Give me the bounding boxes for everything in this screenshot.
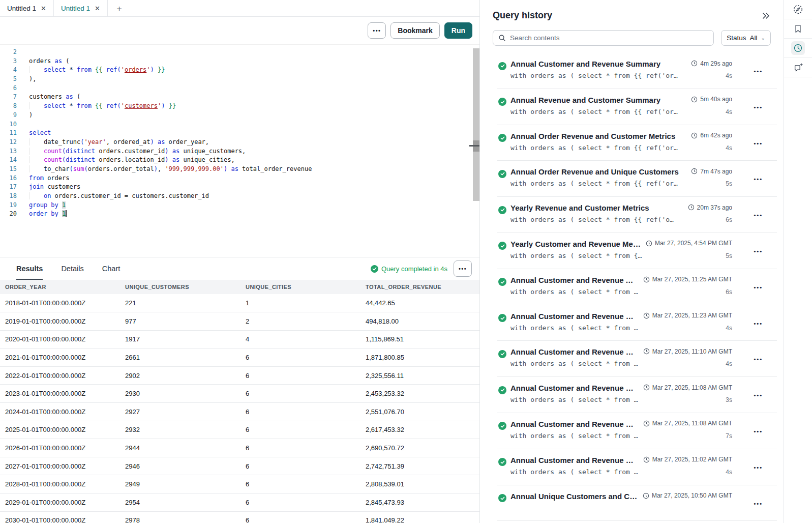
- tab-chart[interactable]: Chart: [102, 257, 120, 280]
- item-menu-button[interactable]: •••: [754, 321, 763, 327]
- line-number: 10: [0, 120, 17, 129]
- table-cell: 44,442.65: [360, 294, 479, 312]
- code-line[interactable]: on orders.customer_id = customers.custom…: [29, 192, 479, 201]
- query-history-item[interactable]: Annual Customer and Revenue Summ...Mar 2…: [480, 377, 783, 413]
- query-history-item[interactable]: Annual Customer and Revenue Summ...Mar 2…: [480, 413, 783, 449]
- history-search-box[interactable]: [493, 30, 714, 46]
- success-check-icon: [498, 349, 506, 357]
- code-line[interactable]: customers as (: [29, 93, 479, 102]
- success-check-icon: [498, 169, 506, 177]
- table-row[interactable]: 2029-01-01T00:00:00.000Z295462,845,473.9…: [0, 493, 479, 512]
- query-history-item[interactable]: Yearly Customer and Revenue MetricsMar 2…: [480, 233, 783, 269]
- table-cell: 2021-01-01T00:00:00.000Z: [0, 348, 120, 367]
- ai-assistant-icon[interactable]: [784, 58, 812, 77]
- status-filter-dropdown[interactable]: Status All ⌄: [721, 30, 771, 46]
- item-menu-button[interactable]: •••: [754, 464, 763, 471]
- line-number: 13: [0, 147, 17, 156]
- query-history-item[interactable]: Annual Revenue and Customer Summary5m 40…: [480, 89, 783, 125]
- table-cell: 6: [240, 421, 360, 439]
- code-line[interactable]: from orders: [29, 174, 479, 183]
- table-row[interactable]: 2019-01-01T00:00:00.000Z9772494,818.00: [0, 312, 479, 331]
- code-line[interactable]: to_char(sum(orders.order_total), '999,99…: [29, 165, 479, 174]
- item-menu-button[interactable]: •••: [754, 176, 763, 182]
- table-row[interactable]: 2021-01-01T00:00:00.000Z266161,871,800.8…: [0, 348, 479, 367]
- item-duration: 4s: [726, 325, 732, 332]
- query-history-item[interactable]: Annual Customer and Revenue AnalysisMar …: [480, 269, 783, 305]
- item-menu-button[interactable]: •••: [754, 68, 763, 74]
- table-row[interactable]: 2020-01-01T00:00:00.000Z191741,115,869.5…: [0, 330, 479, 348]
- table-row[interactable]: 2030-01-01T00:00:00.000Z297861,841,049.2…: [0, 511, 479, 523]
- search-input[interactable]: [510, 34, 708, 42]
- code-line[interactable]: date_trunc('year', ordered_at) as order_…: [29, 138, 479, 147]
- code-line[interactable]: ),: [29, 75, 479, 84]
- item-menu-button[interactable]: •••: [754, 104, 763, 110]
- code-line[interactable]: count(distinct orders.customer_id) as un…: [29, 147, 479, 156]
- item-menu-button[interactable]: •••: [754, 212, 763, 218]
- table-row[interactable]: 2025-01-01T00:00:00.000Z293262,617,453.3…: [0, 421, 479, 439]
- item-menu-button[interactable]: •••: [754, 501, 763, 507]
- code-line[interactable]: order by 1: [29, 210, 479, 219]
- tab-details[interactable]: Details: [61, 257, 83, 280]
- table-row[interactable]: 2024-01-01T00:00:00.000Z292762,551,076.7…: [0, 403, 479, 421]
- item-sql-snippet: with orders as ( select * from …: [510, 468, 719, 476]
- table-cell: 494,818.00: [360, 312, 479, 331]
- success-check-icon: [498, 421, 506, 429]
- item-menu-button[interactable]: •••: [754, 392, 763, 398]
- bookmark-button[interactable]: Bookmark: [390, 22, 439, 39]
- query-history-item[interactable]: Annual Customer and Revenue Summ...Mar 2…: [480, 305, 783, 341]
- table-cell: 2025-01-01T00:00:00.000Z: [0, 421, 120, 439]
- results-more-button[interactable]: •••: [454, 260, 472, 277]
- code-lines[interactable]: orders as ( select * from {{ ref('orders…: [17, 48, 479, 257]
- query-history-item[interactable]: Annual Order Revenue and Unique Customer…: [480, 161, 783, 197]
- code-line[interactable]: select * from {{ ref('orders') }}: [29, 66, 479, 75]
- tab-untitled-1[interactable]: Untitled 1 ✕: [0, 0, 54, 16]
- new-tab-button[interactable]: ＋: [108, 0, 131, 16]
- item-sql-snippet: with orders as ( select * from …: [510, 360, 719, 367]
- close-tab-icon[interactable]: ✕: [95, 5, 100, 12]
- table-row[interactable]: 2026-01-01T00:00:00.000Z294462,690,570.7…: [0, 439, 479, 457]
- run-button[interactable]: Run: [444, 22, 472, 39]
- table-row[interactable]: 2027-01-01T00:00:00.000Z294662,742,751.3…: [0, 457, 479, 475]
- table-row[interactable]: 2028-01-01T00:00:00.000Z294962,808,539.0…: [0, 475, 479, 493]
- table-row[interactable]: 2018-01-01T00:00:00.000Z221144,442.65: [0, 294, 479, 312]
- item-menu-button[interactable]: •••: [754, 140, 763, 147]
- query-history-item[interactable]: Yearly Revenue and Customer Metrics20m 3…: [480, 197, 783, 233]
- code-line[interactable]: ): [29, 111, 479, 120]
- query-history-item[interactable]: Annual Order Revenue and Customer Metric…: [480, 125, 783, 161]
- tab-untitled-2-active[interactable]: Untitled 1 ✕: [54, 0, 108, 16]
- code-line[interactable]: select * from {{ ref('customers') }}: [29, 102, 479, 111]
- item-menu-button[interactable]: •••: [754, 356, 763, 362]
- editor-more-button[interactable]: •••: [368, 22, 386, 39]
- code-line[interactable]: count(distinct orders.location_id) as un…: [29, 156, 479, 165]
- code-line[interactable]: join customers: [29, 183, 479, 192]
- table-cell: 221: [120, 294, 240, 312]
- item-title: Annual Customer and Revenue Summ...: [510, 312, 638, 321]
- sql-editor[interactable]: 234567891011121314151617181920 orders as…: [0, 45, 479, 257]
- item-sql-snippet: with orders as ( select * from {{ ref('o…: [510, 144, 719, 152]
- bookmark-icon[interactable]: [784, 19, 812, 39]
- code-line[interactable]: [29, 48, 479, 57]
- query-history-item[interactable]: Annual Unique Customers and City A…Mar 2…: [480, 485, 783, 521]
- query-history-item[interactable]: Annual Customer and Revenue Summary4m 29…: [480, 53, 783, 89]
- item-title: Annual Customer and Revenue Summ...: [510, 384, 638, 392]
- table-row[interactable]: 2022-01-01T00:00:00.000Z290262,325,556.1…: [0, 366, 479, 385]
- close-tab-icon[interactable]: ✕: [41, 5, 46, 12]
- item-menu-button[interactable]: •••: [754, 284, 763, 290]
- code-line[interactable]: orders as (: [29, 57, 479, 66]
- query-history-item[interactable]: Annual Customer and Revenue Summ...Mar 2…: [480, 341, 783, 377]
- editor-scrollbar[interactable]: [473, 48, 479, 201]
- code-line[interactable]: [29, 120, 479, 129]
- query-history-icon[interactable]: [784, 39, 812, 58]
- code-line[interactable]: [29, 84, 479, 93]
- code-line[interactable]: group by 1: [29, 201, 479, 210]
- item-menu-button[interactable]: •••: [754, 248, 763, 254]
- table-cell: 2,617,453.32: [360, 421, 479, 439]
- query-history-item[interactable]: Annual Customer and Revenue Summ...Mar 2…: [480, 449, 783, 485]
- tab-results[interactable]: Results: [16, 257, 43, 280]
- item-menu-button[interactable]: •••: [754, 428, 763, 434]
- collapse-panel-icon[interactable]: [762, 12, 771, 20]
- code-line[interactable]: select: [29, 129, 479, 138]
- item-sql-snippet: with orders as ( select * from {…: [510, 252, 719, 259]
- explore-icon[interactable]: [784, 0, 812, 19]
- table-row[interactable]: 2023-01-01T00:00:00.000Z293062,453,253.3…: [0, 385, 479, 403]
